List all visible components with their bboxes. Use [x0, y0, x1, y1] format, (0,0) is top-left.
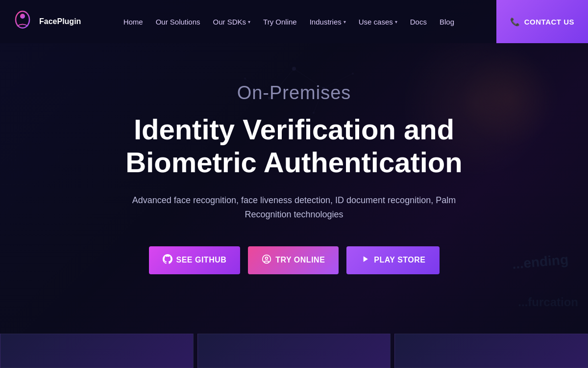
svg-point-12	[20, 14, 25, 19]
github-button-label: SEE GITHUB	[176, 256, 227, 264]
try-online-button-label: TRY ONLINE	[275, 256, 325, 264]
nav-solutions[interactable]: Our Solutions	[151, 15, 205, 29]
phone-icon: 📞	[510, 17, 520, 26]
nav-industries[interactable]: Industries ▾	[305, 15, 351, 29]
hero-subtitle: On-Premises	[237, 82, 351, 104]
nav-docs[interactable]: Docs	[405, 15, 432, 29]
logo-icon	[10, 9, 35, 34]
nav-use-cases[interactable]: Use cases ▾	[354, 15, 402, 29]
nav-blog[interactable]: Blog	[435, 15, 459, 29]
nav-home[interactable]: Home	[119, 15, 148, 29]
card-strip-1	[0, 334, 194, 368]
try-online-icon	[262, 254, 271, 266]
hero-description: Advanced face recognition, face liveness…	[127, 193, 461, 222]
chevron-down-icon-2: ▾	[343, 19, 346, 25]
nav-sdks[interactable]: Our SDKs ▾	[208, 15, 256, 29]
contact-button[interactable]: 📞 CONTACT US	[496, 0, 588, 43]
logo-link[interactable]: FacePlugin	[10, 9, 81, 34]
cards-strip	[0, 334, 588, 368]
chevron-down-icon: ▾	[248, 19, 250, 25]
navbar: FacePlugin Home Our Solutions Our SDKs ▾…	[0, 0, 588, 43]
hero-section: On-Premises Identity Verification and Bi…	[0, 43, 588, 274]
nav-try-online[interactable]: Try Online	[258, 15, 302, 29]
nav-links: Home Our Solutions Our SDKs ▾ Try Online…	[81, 15, 496, 29]
logo-text: FacePlugin	[39, 17, 81, 26]
cta-buttons: SEE GITHUB TRY ONLINE Play Store	[149, 246, 440, 274]
card-strip-2	[197, 334, 391, 368]
svg-point-14	[266, 257, 268, 260]
chevron-down-icon-3: ▾	[395, 19, 397, 25]
hero-title: Identity Verification and Biometric Auth…	[74, 113, 514, 179]
github-button[interactable]: SEE GITHUB	[149, 246, 241, 274]
play-icon	[360, 254, 370, 266]
try-online-button[interactable]: TRY ONLINE	[248, 246, 339, 274]
play-store-button-label: Play Store	[374, 256, 425, 264]
github-icon	[163, 254, 172, 266]
play-store-button[interactable]: Play Store	[346, 246, 439, 274]
card-strip-3	[394, 334, 588, 368]
